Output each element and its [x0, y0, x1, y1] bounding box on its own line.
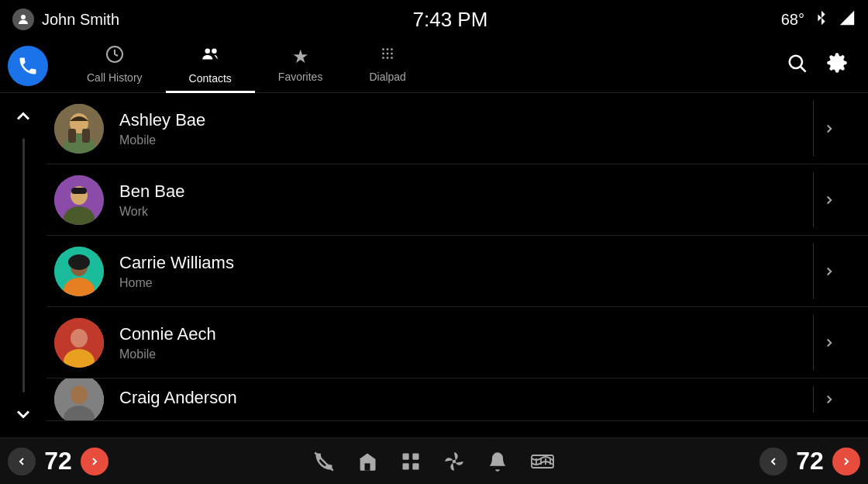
contact-name-craig-anderson: Craig Anderson	[119, 388, 806, 408]
svg-rect-39	[412, 463, 418, 469]
svg-rect-24	[71, 188, 87, 194]
contact-divider-4	[813, 315, 814, 370]
left-temp-control: 72	[8, 447, 108, 475]
scroll-down-button[interactable]	[8, 399, 39, 430]
svg-point-7	[391, 48, 393, 50]
bottom-bar: 72	[0, 437, 868, 484]
tab-contacts-label: Contacts	[189, 72, 232, 85]
svg-point-14	[790, 56, 802, 68]
user-avatar-icon	[12, 9, 34, 30]
tab-dialpad-label: Dialpad	[369, 71, 405, 83]
svg-point-9	[387, 53, 389, 55]
svg-rect-20	[82, 129, 90, 143]
scroll-up-button[interactable]	[8, 101, 39, 132]
contact-item-ashley-bae[interactable]: Ashley Bae Mobile	[46, 93, 868, 164]
svg-point-6	[387, 48, 389, 50]
user-name: John Smith	[42, 11, 119, 29]
star-icon: ★	[292, 46, 309, 67]
bell-button[interactable]	[487, 451, 508, 472]
svg-point-33	[71, 385, 88, 404]
tab-favorites-label: Favorites	[278, 71, 323, 83]
svg-marker-1	[840, 10, 854, 24]
tab-dialpad[interactable]: Dialpad	[346, 38, 429, 93]
contact-type-connie-aech: Mobile	[119, 347, 806, 361]
svg-rect-36	[403, 453, 409, 459]
contact-name-connie-aech: Connie Aech	[119, 324, 806, 344]
svg-rect-38	[403, 463, 409, 469]
tab-call-history-label: Call History	[87, 71, 143, 84]
contact-item-ben-bae[interactable]: Ben Bae Work	[46, 164, 868, 236]
contact-item-connie-aech[interactable]: Connie Aech Mobile	[46, 307, 868, 379]
svg-line-15	[801, 67, 805, 71]
left-temp-value: 72	[39, 447, 78, 475]
contact-item-craig-anderson[interactable]: Craig Anderson	[46, 379, 868, 421]
phone-mute-button[interactable]	[313, 451, 335, 472]
nav-actions	[786, 52, 848, 79]
contact-avatar-craig-anderson	[54, 379, 104, 421]
contact-list-wrapper: Ashley Bae Mobile Ben Bae	[0, 93, 868, 437]
search-button[interactable]	[786, 52, 808, 79]
rear-defrost-button[interactable]	[530, 451, 555, 472]
settings-button[interactable]	[826, 52, 848, 79]
right-temp-control: 72	[760, 447, 860, 475]
svg-point-5	[382, 48, 384, 50]
contact-info-carrie-williams: Carrie Williams Home	[119, 253, 806, 290]
bottom-nav	[313, 451, 555, 472]
contacts-icon	[200, 44, 220, 69]
contact-divider	[813, 101, 814, 156]
signal-icon	[839, 9, 856, 30]
contact-info-connie-aech: Connie Aech Mobile	[119, 324, 806, 361]
apps-button[interactable]	[400, 451, 422, 472]
contact-type-ashley-bae: Mobile	[119, 133, 806, 147]
svg-point-3	[205, 48, 211, 53]
svg-point-13	[391, 57, 393, 59]
svg-point-30	[71, 329, 88, 347]
fan-button[interactable]	[443, 451, 465, 472]
phone-button[interactable]	[8, 46, 48, 86]
contact-avatar-carrie-williams	[54, 247, 104, 296]
svg-point-10	[391, 53, 393, 55]
contact-divider-5	[813, 386, 814, 413]
contact-info-ben-bae: Ben Bae Work	[119, 182, 806, 219]
svg-rect-37	[412, 453, 418, 459]
contact-divider-3	[813, 244, 814, 299]
scroll-track	[22, 138, 25, 392]
contact-name-ashley-bae: Ashley Bae	[119, 110, 806, 130]
contact-name-ben-bae: Ben Bae	[119, 182, 806, 202]
contact-type-carrie-williams: Home	[119, 276, 806, 290]
svg-point-4	[212, 48, 217, 53]
clock-icon	[105, 45, 124, 68]
right-temp-decrease-button[interactable]	[760, 448, 787, 475]
tab-favorites[interactable]: ★ Favorites	[255, 38, 346, 93]
left-temp-increase-button[interactable]	[81, 448, 108, 475]
tab-call-history[interactable]: Call History	[64, 38, 166, 93]
nav-bar: Call History Contacts ★ Favorites	[0, 39, 868, 93]
right-temp-increase-button[interactable]	[832, 448, 860, 475]
temperature-display: 68°	[781, 11, 804, 29]
contact-list: Ashley Bae Mobile Ben Bae	[46, 93, 868, 437]
left-temp-decrease-button[interactable]	[8, 448, 36, 475]
svg-point-12	[387, 57, 389, 59]
contact-info-craig-anderson: Craig Anderson	[119, 388, 806, 411]
svg-point-0	[21, 15, 26, 19]
contact-name-carrie-williams: Carrie Williams	[119, 253, 806, 273]
status-right: 68°	[781, 9, 856, 30]
svg-rect-19	[68, 129, 76, 143]
status-left: John Smith	[12, 9, 119, 30]
dialpad-icon	[379, 46, 396, 67]
contact-divider-2	[813, 172, 814, 227]
right-temp-value: 72	[790, 447, 829, 475]
nav-tabs: Call History Contacts ★ Favorites	[64, 38, 786, 93]
svg-point-28	[68, 254, 90, 270]
contact-avatar-connie-aech	[54, 318, 104, 368]
contact-type-ben-bae: Work	[119, 205, 806, 219]
contact-avatar-ben-bae	[54, 175, 104, 225]
contact-info-ashley-bae: Ashley Bae Mobile	[119, 110, 806, 147]
scroll-controls	[0, 93, 46, 437]
status-time: 7:43 PM	[412, 8, 487, 32]
status-bar: John Smith 7:43 PM 68°	[0, 0, 868, 39]
tab-contacts[interactable]: Contacts	[166, 38, 255, 93]
contact-item-carrie-williams[interactable]: Carrie Williams Home	[46, 236, 868, 307]
home-button[interactable]	[356, 451, 378, 472]
bluetooth-icon	[814, 10, 829, 29]
